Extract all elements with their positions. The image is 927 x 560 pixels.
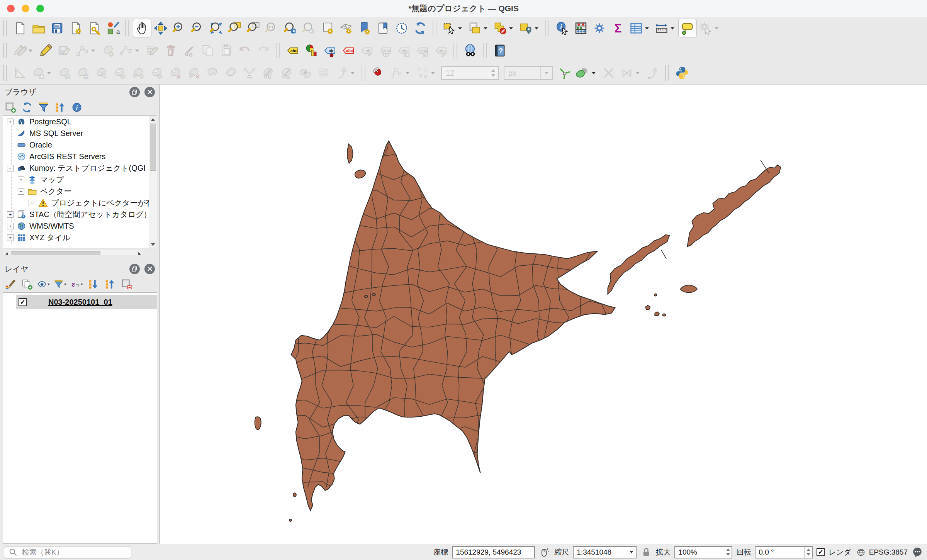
save-project-button[interactable]: [48, 19, 66, 37]
browser-close-button[interactable]: [144, 87, 155, 97]
measure-line-button[interactable]: [653, 19, 678, 37]
add-ring-button[interactable]: [110, 64, 129, 82]
snapping-units-arrows[interactable]: [540, 67, 552, 79]
layer-diagram-options-button[interactable]: [302, 41, 321, 60]
modify-attributes-button[interactable]: [143, 41, 161, 60]
rebun-island[interactable]: [355, 170, 366, 178]
scale-input[interactable]: [574, 548, 626, 557]
browser-item--[interactable]: +プロジェクトにベクターが有: [3, 197, 157, 209]
pan-to-selection-button[interactable]: [151, 19, 170, 37]
save-layer-edits-button[interactable]: [55, 41, 73, 60]
pin-unpin-labels-button[interactable]: ab: [321, 41, 339, 60]
split-parts-button[interactable]: [277, 64, 296, 82]
split-features-button[interactable]: [259, 64, 277, 82]
open-project-button[interactable]: [29, 19, 48, 37]
enable-properties-button[interactable]: i: [70, 101, 83, 114]
rishiri-island[interactable]: [347, 144, 353, 163]
toolbar-handle[interactable]: [433, 20, 436, 36]
tree-expander[interactable]: +: [7, 119, 14, 125]
delete-part-button[interactable]: [185, 64, 203, 82]
tree-expander[interactable]: −: [7, 165, 14, 171]
messages-icon[interactable]: [912, 546, 923, 558]
snap-on-intersection-button[interactable]: [574, 64, 599, 82]
new-project-button[interactable]: [11, 19, 29, 37]
select-by-location-button[interactable]: [517, 19, 542, 37]
copy-features-button[interactable]: [199, 41, 217, 60]
merge-attributes-button[interactable]: [314, 64, 333, 82]
enable-snapping-button[interactable]: [369, 64, 388, 82]
yagishiri-island[interactable]: [372, 294, 375, 296]
okushiri-island[interactable]: [255, 417, 261, 429]
redo-button[interactable]: [254, 41, 273, 60]
habomai-islet-1[interactable]: [645, 305, 650, 310]
search-box[interactable]: [4, 546, 131, 558]
islet-south[interactable]: [289, 519, 292, 521]
magnifier-input[interactable]: [675, 548, 724, 557]
rotation-spin-arrows[interactable]: [804, 547, 812, 558]
zoom-last-button[interactable]: [281, 19, 300, 37]
open-layer-styling-button[interactable]: [4, 278, 17, 291]
current-edits-button[interactable]: [11, 41, 36, 60]
change-label-button[interactable]: abc: [432, 41, 450, 60]
manage-map-themes-button[interactable]: [37, 278, 50, 291]
rotation-spinbox[interactable]: [755, 546, 813, 558]
add-part-button[interactable]: [148, 64, 166, 82]
trim-extend-button[interactable]: [333, 64, 358, 82]
render-label[interactable]: レンダ: [829, 547, 851, 557]
vertical-scroll-thumb[interactable]: [150, 124, 156, 171]
magnifier-spin-arrows[interactable]: [724, 547, 732, 558]
map-canvas[interactable]: [160, 84, 927, 544]
statistical-summary-button[interactable]: [572, 19, 590, 37]
help-contents-button[interactable]: ?: [491, 41, 509, 60]
zoom-native-button[interactable]: 1:1: [263, 19, 281, 37]
new-spatial-bookmark-button[interactable]: [355, 19, 374, 37]
undo-button[interactable]: [236, 41, 254, 60]
show-hide-labels-button[interactable]: abc: [376, 41, 395, 60]
cut-features-button[interactable]: [180, 41, 199, 60]
browser-item-wms-wmts[interactable]: +WMS/WMTS: [3, 220, 157, 232]
temporal-controller-button[interactable]: [392, 19, 411, 37]
toolbar-handle[interactable]: [665, 65, 669, 81]
filter-legend-button[interactable]: [54, 278, 67, 291]
tracing-button[interactable]: [643, 64, 662, 82]
search-input[interactable]: [21, 548, 128, 557]
browser-item-postgresql[interactable]: +PostgreSQL: [3, 116, 157, 127]
coordinate-input[interactable]: [453, 548, 534, 557]
toolbar-handle[interactable]: [3, 20, 7, 36]
show-statistics-button[interactable]: Σ: [609, 19, 627, 37]
zoom-out-button[interactable]: [188, 19, 207, 37]
snapping-units-combo[interactable]: px: [504, 66, 553, 80]
lock-scale-icon[interactable]: [640, 546, 652, 558]
browser-item-ms-sql-server[interactable]: MS SQL Server: [3, 127, 157, 139]
offset-curve-button[interactable]: [222, 64, 240, 82]
collapse-all-button[interactable]: [54, 101, 67, 114]
new-print-layout-button[interactable]: [66, 19, 85, 37]
collapse-all-layers-button[interactable]: [104, 278, 117, 291]
pan-map-button[interactable]: [133, 19, 151, 37]
tree-expander[interactable]: +: [7, 211, 14, 218]
fill-ring-button[interactable]: [129, 64, 148, 82]
map-tips-button[interactable]: [678, 19, 697, 37]
toolbar-handle[interactable]: [545, 20, 549, 36]
expand-all-button[interactable]: [87, 278, 100, 291]
toggle-extents-icon[interactable]: [539, 546, 550, 558]
move-feature-button[interactable]: [29, 64, 55, 82]
habomai-islet-2[interactable]: [655, 312, 659, 316]
new-3d-map-view-button[interactable]: [337, 19, 355, 37]
identify-features-button[interactable]: i: [553, 19, 572, 37]
browser-item-oracle[interactable]: Oracle: [3, 139, 157, 151]
layer-labeling-options-button[interactable]: abc: [284, 41, 302, 60]
scale-feature-button[interactable]: [73, 64, 92, 82]
tree-expander[interactable]: −: [18, 188, 24, 195]
toolbar-handle[interactable]: [276, 43, 280, 58]
crs-status[interactable]: EPSG:3857: [855, 546, 908, 558]
snapping-tolerance-arrows[interactable]: [488, 67, 498, 79]
snapping-options-button[interactable]: [413, 64, 439, 82]
toolbar-handle[interactable]: [3, 43, 7, 58]
toolbar-handle[interactable]: [362, 65, 365, 81]
browser-item-stac-[interactable]: +STAC（時空間アセットカタログ）: [3, 209, 157, 220]
zoom-to-selection-button[interactable]: [244, 19, 263, 37]
topological-editing-button[interactable]: [555, 64, 574, 82]
deselect-features-button[interactable]: [491, 19, 517, 37]
teuri-island[interactable]: [365, 295, 368, 298]
